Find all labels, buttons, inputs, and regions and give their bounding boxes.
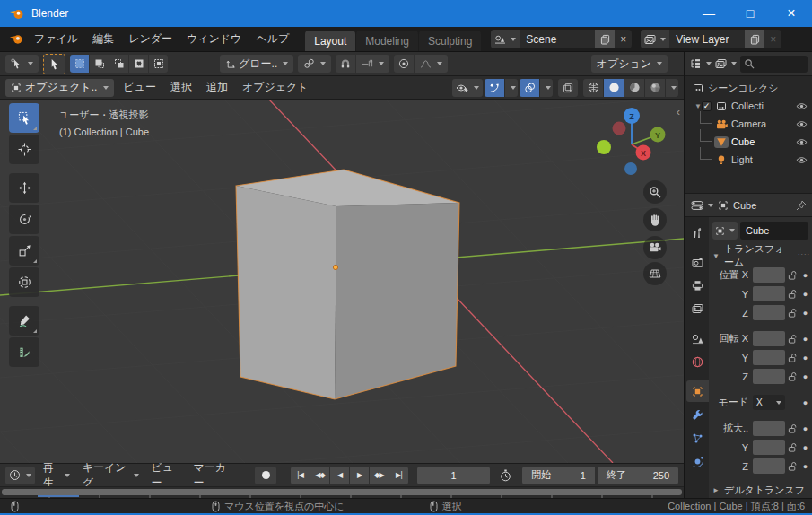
active-tool-button[interactable]: [43, 54, 65, 74]
menubar-item[interactable]: ヘルプ: [249, 31, 296, 47]
value-field[interactable]: [753, 458, 785, 474]
properties-tab-render[interactable]: [686, 251, 709, 273]
lock-icon[interactable]: [785, 442, 800, 453]
tool-annotate[interactable]: [9, 306, 39, 336]
transform-orientation-dropdown[interactable]: グロー..: [220, 55, 293, 73]
panel-drag-grip[interactable]: ::::: [798, 251, 810, 260]
pivot-point-dropdown[interactable]: [298, 55, 331, 73]
xray-toggle[interactable]: [558, 79, 578, 97]
visibility-eye-icon[interactable]: [796, 102, 808, 110]
cube-object[interactable]: [236, 170, 459, 399]
menubar-item[interactable]: 編集: [85, 31, 121, 47]
frame-start-field[interactable]: 開始1: [522, 467, 595, 484]
animate-dot[interactable]: ●: [800, 372, 810, 381]
shading-rendered-button[interactable]: [645, 79, 665, 97]
outliner-display-mode-dropdown[interactable]: [690, 58, 712, 69]
properties-tab-modifiers[interactable]: [686, 404, 709, 425]
timeline-scrollbar[interactable]: [2, 489, 682, 495]
viewport-menu-item[interactable]: ビュー: [116, 80, 163, 95]
expand-arrow-icon[interactable]: ▼: [691, 102, 702, 110]
titlebar[interactable]: Blender — □ ×: [0, 0, 812, 27]
select-mode-extend-button[interactable]: [90, 55, 109, 73]
select-mode-new-button[interactable]: [70, 55, 89, 73]
animate-dot[interactable]: ●: [800, 309, 810, 318]
tool-rotate[interactable]: [9, 205, 39, 234]
overlays-dropdown[interactable]: [540, 79, 553, 97]
maximize-button[interactable]: □: [729, 0, 771, 27]
tool-transform[interactable]: [9, 267, 39, 297]
outliner-row-light[interactable]: Light: [685, 151, 812, 169]
value-field[interactable]: [753, 331, 785, 346]
viewport-menu-item[interactable]: 追加: [199, 80, 235, 95]
lock-icon[interactable]: [785, 289, 800, 300]
scene-unlink-button[interactable]: ×: [615, 33, 632, 46]
view-layer-name[interactable]: View Layer: [669, 33, 745, 46]
animate-dot[interactable]: ●: [800, 290, 810, 299]
transform-panel-header[interactable]: ▼ トランスフォーム ::::: [712, 246, 810, 266]
next-keyframe-button[interactable]: ◆▶: [370, 467, 389, 484]
value-field[interactable]: [753, 286, 785, 301]
object-visibility-dropdown[interactable]: [452, 79, 483, 97]
lock-icon[interactable]: [785, 371, 800, 382]
collection-checkbox[interactable]: ✓: [702, 101, 712, 111]
timeline-strip[interactable]: [0, 486, 684, 498]
workspace-tab-sculpting[interactable]: Sculpting: [419, 31, 481, 51]
navigation-gizmo[interactable]: Z Y X: [590, 104, 673, 187]
workspace-tab-modeling[interactable]: Modeling: [356, 31, 418, 51]
viewport-canvas[interactable]: [0, 100, 684, 463]
breadcrumb-object-name[interactable]: Cube: [733, 200, 756, 211]
jump-to-end-button[interactable]: ▶|: [389, 467, 408, 484]
tool-select-box[interactable]: [9, 103, 39, 133]
proportional-falloff-dropdown[interactable]: [415, 55, 448, 73]
select-mode-invert-button[interactable]: [129, 55, 148, 73]
value-field[interactable]: [753, 440, 785, 455]
delta-transform-panel-header[interactable]: ► デルタトランスフ: [712, 481, 810, 498]
jump-to-start-button[interactable]: |◀: [291, 467, 310, 484]
menubar-item[interactable]: ウィンドウ: [179, 31, 249, 47]
shading-solid-button[interactable]: [604, 79, 624, 97]
scene-name[interactable]: Scene: [520, 33, 595, 46]
outliner-row-scene-collection[interactable]: シーンコレクシ: [685, 79, 812, 97]
snap-toggle-button[interactable]: [336, 55, 355, 73]
lock-icon[interactable]: [785, 334, 800, 345]
close-button[interactable]: ×: [771, 0, 812, 27]
properties-tab-object[interactable]: [686, 380, 709, 402]
properties-tab-output[interactable]: [686, 275, 709, 296]
minimize-button[interactable]: —: [688, 0, 729, 27]
properties-tab-tool[interactable]: [686, 222, 709, 243]
animate-dot[interactable]: ●: [800, 398, 810, 407]
visibility-eye-icon[interactable]: [796, 120, 808, 128]
axis-neg-x-ball[interactable]: [613, 122, 626, 135]
nav-pan-button[interactable]: [643, 208, 667, 231]
viewport-menu-item[interactable]: オブジェクト: [235, 80, 316, 95]
outliner-filter-dropdown[interactable]: [715, 58, 737, 69]
shading-dropdown[interactable]: [666, 79, 678, 97]
play-reverse-button[interactable]: ◀: [330, 467, 349, 484]
scene-browse-button[interactable]: [491, 30, 520, 48]
animate-dot[interactable]: ●: [800, 424, 810, 433]
viewport-menu-item[interactable]: 選択: [163, 80, 199, 95]
editor-type-dropdown[interactable]: [5, 467, 35, 484]
current-frame-indicator[interactable]: [38, 495, 79, 497]
auto-keyframe-record-button[interactable]: [255, 467, 276, 484]
value-field[interactable]: [753, 421, 785, 436]
panel-expand-icon[interactable]: ▼: [712, 252, 720, 260]
viewport-3d[interactable]: ユーザー・透視投影 (1) Collection | Cube Z Y X: [0, 100, 684, 463]
nav-camera-view-button[interactable]: [643, 236, 667, 259]
tool-cursor[interactable]: [9, 135, 39, 164]
sidebar-toggle-arrow[interactable]: ‹: [677, 105, 680, 118]
axis-neg-y-ball[interactable]: [597, 140, 611, 154]
scene-selector[interactable]: Scene ×: [491, 30, 632, 48]
visibility-eye-icon[interactable]: [796, 156, 808, 164]
lock-icon[interactable]: [785, 308, 800, 319]
shading-wireframe-button[interactable]: [583, 79, 603, 97]
use-preview-range-button[interactable]: [495, 469, 515, 482]
select-mode-intersect-button[interactable]: [149, 55, 168, 73]
rotation-mode-dropdown[interactable]: X: [753, 395, 785, 410]
view-layer-selector[interactable]: View Layer ×: [641, 30, 781, 48]
tool-move[interactable]: [9, 173, 39, 203]
axis-neg-z-ball[interactable]: [624, 162, 637, 175]
scene-copy-button[interactable]: [595, 30, 615, 48]
animate-dot[interactable]: ●: [800, 271, 810, 280]
mode-dropdown[interactable]: オブジェクト..: [5, 79, 114, 97]
